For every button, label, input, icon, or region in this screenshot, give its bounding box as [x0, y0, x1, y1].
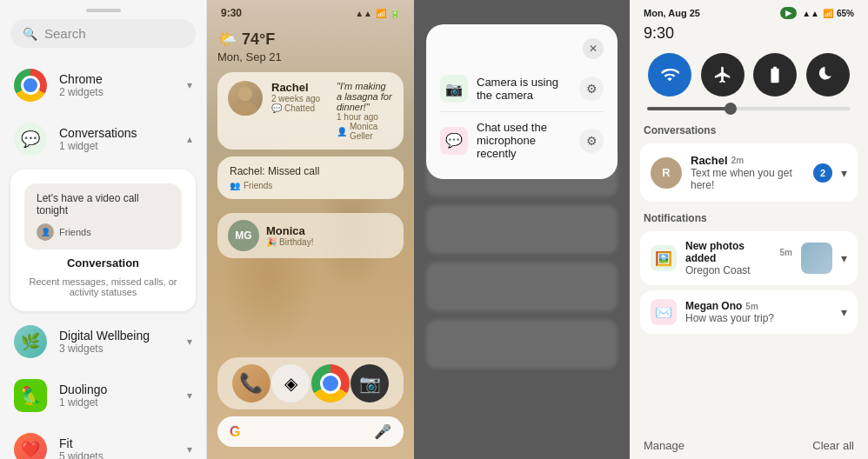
home-status-bar: 9:30 ▲▲ 📶 🔋	[207, 0, 414, 23]
notif-status-icons: ▲▲ 📶 65%	[802, 9, 854, 18]
widget-list: Chrome 2 widgets ▾ 💬 Conversations 1 wid…	[0, 55, 206, 459]
gmail-app-icon: ✉️	[651, 299, 677, 325]
expand-photos-button[interactable]: ▾	[841, 251, 847, 265]
home-status-icons: ▲▲ 📶 🔋	[355, 9, 400, 18]
people-icon: 👥	[230, 181, 240, 190]
rachel-avatar	[228, 81, 263, 116]
google-logo: G	[230, 424, 240, 440]
notifications-section-label: Notifications	[630, 209, 868, 231]
rachel-name: Rachel	[271, 81, 328, 94]
megan-notification-card[interactable]: ✉️ Megan Ono 5m How was your trip? ▾	[640, 290, 858, 334]
conversations-app-name: Conversations	[59, 126, 175, 140]
megan-notif-title: Megan Ono 5m	[685, 300, 832, 312]
wellbeing-app-info: Digital Wellbeing 3 widgets	[59, 329, 175, 355]
rachel-notification-card[interactable]: R Rachel 2m Text me when you get here! 2…	[640, 143, 858, 202]
conversations-app-count: 1 widget	[59, 140, 175, 152]
chevron-down-icon: ▾	[187, 336, 192, 348]
missed-call-text: Rachel: Missed call	[230, 165, 391, 177]
rachel-conv-info: Rachel 2 weeks ago 💬 Chatted	[271, 81, 328, 113]
chrome-dock-icon[interactable]	[311, 364, 350, 402]
wifi-quick-setting[interactable]	[648, 53, 691, 96]
notif-badge-green: ▶	[780, 7, 797, 19]
widget-bubble-group: Friends	[59, 227, 91, 237]
search-input[interactable]: Search	[44, 26, 86, 41]
weather-widget: 🌤️ 74°F	[217, 30, 404, 49]
chevron-down-icon: ▾	[187, 443, 192, 456]
widget-bubble: Let's have a video call tonight 👤 Friend…	[24, 183, 182, 249]
google-search-bar[interactable]: G 🎤	[217, 416, 404, 447]
rachel-notif-name: Rachel 2m	[691, 154, 805, 167]
battery-saver-quick-setting[interactable]	[753, 53, 797, 96]
chat-settings-button[interactable]: ⚙	[579, 129, 604, 153]
rachel-notif-info: Rachel 2m Text me when you get here!	[691, 154, 805, 191]
phone-dock-icon[interactable]: 📞	[232, 364, 270, 402]
blurred-notif-3	[426, 263, 618, 311]
scroll-indicator	[86, 9, 121, 12]
battery-icon: 🔋	[390, 9, 400, 18]
svg-point-0	[238, 87, 252, 101]
camera-dock-icon[interactable]: 📷	[351, 364, 389, 402]
widget-picker-panel: 🔍 Search Chrome 2 widgets ▾ 💬 Conversati…	[0, 0, 207, 459]
wifi-status-icon: ▲▲	[802, 9, 819, 18]
manage-button[interactable]: Manage	[644, 439, 684, 452]
widget-desc-title: Conversation	[67, 256, 139, 269]
rachel-conv-card[interactable]: Rachel 2 weeks ago 💬 Chatted "I'm making…	[217, 72, 404, 150]
notif-status-bar: Mon, Aug 25 ▶ ▲▲ 📶 65%	[630, 0, 868, 23]
rachel-message-time: 1 hour ago	[337, 112, 393, 122]
dark-mode-quick-setting[interactable]	[806, 53, 850, 96]
home-content: 🌤️ 74°F Mon, Sep 21 Rachel 2 weeks ago 💬	[207, 23, 414, 454]
chevron-up-icon: ▴	[187, 133, 192, 145]
duolingo-app-info: Duolingo 1 widget	[59, 382, 175, 409]
expand-megan-button[interactable]: ▾	[841, 305, 847, 319]
camera-app-icon: 📷	[440, 75, 468, 103]
conversations-app-info: Conversations 1 widget	[59, 126, 175, 152]
conversation-cards: Rachel 2 weeks ago 💬 Chatted "I'm making…	[217, 72, 404, 206]
monica-info: Monica 🎉 Birthday!	[266, 224, 393, 247]
widget-list-item[interactable]: ❤️ Fit 5 widgets ▾	[0, 422, 206, 459]
privacy-divider	[440, 111, 604, 112]
chevron-down-icon: ▾	[187, 389, 192, 402]
rachel-notif-avatar: R	[651, 157, 682, 189]
rachel-status: 💬 Chatted	[271, 103, 328, 113]
photos-notification-card[interactable]: 🖼️ New photos added 5m Oregon Coast ▾	[640, 231, 858, 285]
mic-icon[interactable]: 🎤	[374, 423, 391, 440]
chat-app-icon: 💬	[440, 127, 468, 155]
missed-call-card[interactable]: Rachel: Missed call 👥 Friends	[217, 156, 404, 199]
airplane-quick-setting[interactable]	[701, 53, 744, 96]
weather-temperature: 74°F	[242, 30, 275, 49]
notif-date: Mon, Aug 25	[644, 8, 700, 18]
expand-notification-button[interactable]: ▾	[841, 166, 847, 180]
widget-list-item[interactable]: 🌿 Digital Wellbeing 3 widgets ▾	[0, 315, 206, 369]
camera-settings-button[interactable]: ⚙	[579, 76, 604, 101]
assistant-dock-icon[interactable]: ◈	[271, 364, 310, 402]
fit-app-name: Fit	[59, 436, 175, 450]
widget-bubble-text: Let's have a video call tonight	[37, 192, 170, 216]
search-bar[interactable]: 🔍 Search	[10, 19, 196, 48]
megan-notif-text: How was your trip?	[685, 312, 832, 324]
photos-app-icon: 🖼️	[651, 245, 677, 271]
notif-status-right: ▶ ▲▲ 📶 65%	[780, 7, 854, 19]
notification-count-badge: 2	[813, 163, 832, 183]
widget-list-item[interactable]: Chrome 2 widgets ▾	[0, 58, 206, 112]
rachel-message-from: 👤 Monica Geller	[337, 122, 393, 141]
svg-point-1	[233, 102, 257, 116]
monica-status: 🎉 Birthday!	[266, 237, 393, 247]
blurred-notif-2	[426, 205, 618, 254]
wellbeing-app-name: Digital Wellbeing	[59, 329, 175, 343]
close-button[interactable]: ✕	[583, 38, 604, 59]
monica-card[interactable]: MG Monica 🎉 Birthday!	[217, 213, 404, 258]
camera-privacy-item: 📷 Camera is using the camera ⚙	[440, 70, 604, 108]
widget-list-item[interactable]: 💬 Conversations 1 widget ▴	[0, 112, 206, 166]
rachel-time: 2 weeks ago	[271, 94, 328, 103]
clear-all-button[interactable]: Clear all	[812, 439, 854, 452]
weather-icon: 🌤️	[217, 30, 237, 49]
search-icon: 🔍	[23, 27, 37, 41]
brightness-slider[interactable]	[630, 107, 868, 121]
megan-notif-info: Megan Ono 5m How was your trip?	[685, 300, 832, 324]
photos-notif-title: New photos added 5m	[685, 240, 792, 264]
widget-list-item[interactable]: 🦜 Duolingo 1 widget ▾	[0, 369, 206, 422]
person-icon: 👤	[337, 127, 347, 136]
conversations-icon: 💬	[14, 123, 47, 156]
rachel-notif-msg: Text me when you get here!	[691, 167, 805, 191]
wellbeing-app-count: 3 widgets	[59, 343, 175, 355]
